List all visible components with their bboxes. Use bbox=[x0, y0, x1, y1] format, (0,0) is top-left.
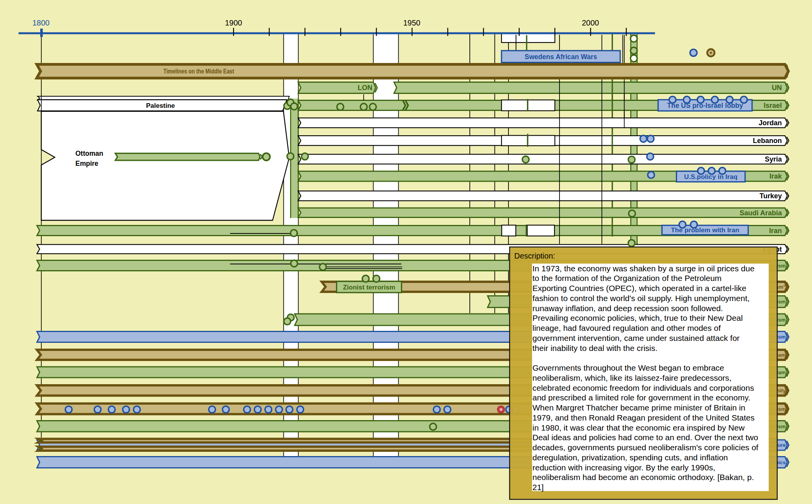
svg-text:celebrated economic freedom fo: celebrated economic freedom for individu… bbox=[532, 383, 754, 392]
svg-text:decades, governments pursued n: decades, governments pursued neoliberali… bbox=[532, 443, 758, 452]
svg-text:Prevailing economic policies,: Prevailing economic policies, which, tru… bbox=[532, 313, 743, 322]
svg-text:Governments throughout the Wes: Governments throughout the West began to… bbox=[532, 363, 724, 372]
svg-text:Turkey: Turkey bbox=[759, 192, 782, 200]
svg-text:Deal ideas and policies had co: Deal ideas and policies had come to an e… bbox=[532, 433, 758, 442]
svg-text:1950: 1950 bbox=[403, 19, 421, 27]
svg-text:and prescribed a limited role: and prescribed a limited role for govern… bbox=[532, 393, 750, 402]
svg-text:Zionist terrorism: Zionist terrorism bbox=[343, 284, 395, 291]
svg-text:Lebanon: Lebanon bbox=[753, 137, 782, 145]
svg-text:runaway inflation, and deep re: runaway inflation, and deep recession so… bbox=[532, 304, 723, 313]
svg-text:to the formation of the Organi: to the formation of the Organization of … bbox=[532, 274, 722, 283]
svg-text:lineage, had favoured regulati: lineage, had favoured regulation and oth… bbox=[532, 324, 721, 332]
svg-text:Israel: Israel bbox=[764, 102, 782, 109]
svg-text:fashion to control the world's: fashion to control the world's oil suppl… bbox=[532, 294, 750, 303]
svg-text:neoliberalism had become an ec: neoliberalism had become an economic ort… bbox=[532, 473, 754, 482]
svg-text:1900: 1900 bbox=[225, 19, 242, 27]
svg-text:Ottoman: Ottoman bbox=[75, 150, 103, 157]
svg-text:In 1973, the economy was shake: In 1973, the economy was shaken by a sur… bbox=[532, 264, 754, 273]
svg-text:in 1980, it was clear that the: in 1980, it was clear that the economic … bbox=[532, 423, 745, 432]
svg-text:deregulation, privatization, s: deregulation, privatization, spending cu… bbox=[532, 453, 728, 462]
svg-text:their inability to deal with t: their inability to deal with the crisis. bbox=[532, 344, 657, 352]
svg-text:UN: UN bbox=[772, 84, 782, 92]
svg-text:reduction with increasing vigo: reduction with increasing vigor. By the … bbox=[532, 463, 715, 472]
svg-text:Saudi Arabia: Saudi Arabia bbox=[740, 209, 782, 217]
svg-text:Jordan: Jordan bbox=[759, 119, 782, 127]
svg-text:neoliberalism, which, like its: neoliberalism, which, like its laissez-f… bbox=[532, 373, 732, 382]
svg-text:LON: LON bbox=[358, 84, 372, 92]
svg-text:Palestine: Palestine bbox=[146, 102, 175, 109]
svg-text:Timelines on the Middle East: Timelines on the Middle East bbox=[164, 68, 235, 75]
svg-text:1979, and then Ronald Reagan p: 1979, and then Ronald Reagan president o… bbox=[532, 413, 754, 422]
svg-text:Exporting Countries (OPEC), wh: Exporting Countries (OPEC), which operat… bbox=[532, 284, 746, 293]
svg-text:Iran: Iran bbox=[769, 227, 782, 235]
svg-text:2000: 2000 bbox=[582, 19, 599, 27]
svg-text:Syria: Syria bbox=[765, 155, 782, 163]
svg-text:Description:: Description: bbox=[514, 252, 555, 260]
svg-text:Swedens African Wars: Swedens African Wars bbox=[525, 53, 597, 61]
svg-text:Empire: Empire bbox=[75, 160, 99, 167]
svg-text:When Margret Thatcher became p: When Margret Thatcher became prime minis… bbox=[532, 403, 745, 412]
svg-text:government intervention, came: government intervention, came under sust… bbox=[532, 334, 740, 342]
svg-text:Irak: Irak bbox=[769, 172, 782, 180]
svg-text:1800: 1800 bbox=[32, 19, 50, 27]
svg-text:21]: 21] bbox=[532, 483, 544, 492]
